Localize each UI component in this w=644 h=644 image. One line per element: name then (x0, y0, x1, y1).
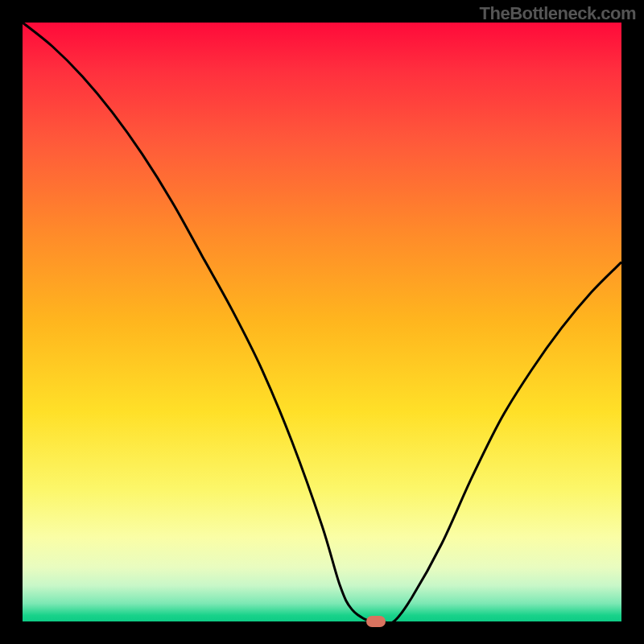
bottleneck-curve (23, 23, 621, 621)
curve-svg (23, 23, 621, 621)
optimal-marker (366, 616, 386, 627)
plot-area (23, 23, 621, 621)
watermark-text: TheBottleneck.com (480, 3, 636, 24)
